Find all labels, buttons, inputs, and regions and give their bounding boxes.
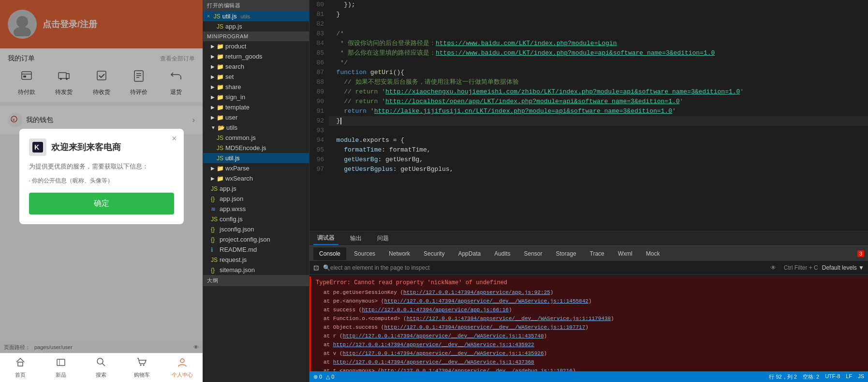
error-line-5: at Object.success (http://127.0.0.1:4739…	[316, 323, 863, 332]
inspect-element-icon[interactable]: ⊡	[313, 264, 319, 272]
file-name-app-json: app.json	[220, 195, 243, 202]
file-request-js[interactable]: JS request.js	[203, 255, 309, 265]
error-line-4: at Function.o.<computed> (http://127.0.0…	[316, 314, 863, 323]
folder-arrow-set: ▶	[211, 74, 215, 79]
js-icon-common: JS	[217, 135, 223, 141]
file-name-md5: MD5Encode.js	[225, 144, 266, 152]
nav-item-profile[interactable]: 个人中心	[162, 353, 203, 382]
inspect-bar: ⊡ 🔍elect an element in the page to inspe…	[309, 261, 868, 275]
folder-product[interactable]: ▶ 📁 product	[203, 41, 309, 51]
folder-name-signin: sign_in	[225, 93, 245, 101]
devtab-sources[interactable]: Sources	[348, 247, 381, 260]
error-line-2: at pe.<anonymous> (http://127.0.0.1:4739…	[316, 297, 863, 306]
devtab-wxml[interactable]: Wxml	[612, 247, 638, 260]
svg-rect-18	[57, 359, 65, 366]
tab-problems[interactable]: 问题	[373, 232, 393, 244]
folder-name-search: search	[225, 63, 244, 70]
file-name-config: config.js	[220, 215, 243, 223]
file-util-js[interactable]: JS util.js	[203, 153, 309, 163]
open-file-util-js[interactable]: × JS util.js utils	[203, 11, 309, 21]
file-name-request: request.js	[220, 256, 247, 263]
code-line-84: 84 * 假设你访问的后台登录路径是：https://www.baidu.com…	[309, 39, 868, 48]
code-editor[interactable]: 80 }); 81 } 82 83 /* 84 * 假设你访问的后台登录路径是：…	[309, 0, 868, 231]
file-name-sitemap: sitemap.json	[220, 266, 255, 274]
folder-arrow-wxparse: ▶	[211, 166, 215, 171]
file-project-config[interactable]: {} project.config.json	[203, 234, 309, 244]
file-tree-panel: 打开的编辑器 × JS util.js utils JS app.js MINI…	[203, 0, 309, 382]
file-sitemap[interactable]: {} sitemap.json	[203, 265, 309, 275]
search-nav-icon	[96, 357, 106, 370]
code-line-92: 92 }	[309, 116, 868, 126]
console-area[interactable]: TypeError: Cannot read property 'nickNam…	[309, 275, 868, 371]
folder-arrow-wxsearch: ▶	[211, 176, 215, 181]
file-app-wxss[interactable]: ≋ app.wxss	[203, 204, 309, 214]
nav-item-new[interactable]: 新品	[41, 353, 81, 382]
bottom-nav: 首页 新品 搜索 购物车 个人中心	[0, 353, 203, 382]
folder-arrow-user: ▶	[211, 115, 215, 120]
js-icon-request: JS	[211, 257, 218, 263]
json-icon-sitemap: {}	[211, 267, 218, 274]
devtab-console[interactable]: Console	[313, 247, 346, 260]
devtab-network[interactable]: Network	[383, 247, 416, 260]
code-line-85: 85 * 那么你在这里填的路径应该是：https://www.baidu.com…	[309, 48, 868, 58]
devtab-sensor[interactable]: Sensor	[518, 247, 548, 260]
nav-item-home[interactable]: 首页	[0, 353, 41, 382]
devtab-appdata[interactable]: AppData	[452, 247, 486, 260]
svg-point-24	[180, 359, 184, 363]
folder-icon-wxsearch: 📁	[217, 175, 223, 182]
devtab-audits[interactable]: Audits	[488, 247, 516, 260]
nav-item-cart[interactable]: 购物车	[121, 353, 162, 382]
folder-share[interactable]: ▶ 📁 share	[203, 82, 309, 92]
default-levels[interactable]: Default levels ▼	[822, 264, 864, 271]
json-icon-app: {}	[211, 196, 218, 202]
nav-item-search[interactable]: 搜索	[81, 353, 122, 382]
file-config-js[interactable]: JS config.js	[203, 214, 309, 224]
folder-utils[interactable]: ▼ 📂 utils	[203, 122, 309, 133]
json-icon-jsconfig: {}	[211, 226, 218, 233]
folder-arrow-icon: ▶	[211, 44, 215, 49]
folder-icon-product: 📁	[217, 43, 223, 50]
devtab-security[interactable]: Security	[418, 247, 450, 260]
error-line-3: at success (http://127.0.0.1:47394/appse…	[316, 306, 863, 314]
error-count-badge: 3	[857, 250, 864, 257]
tab-debugger[interactable]: 调试器	[313, 232, 338, 245]
js-file-icon-app: JS	[217, 23, 223, 30]
file-common-js[interactable]: JS common.js	[203, 133, 309, 143]
file-readme[interactable]: ℹ README.md	[203, 244, 309, 255]
folder-user[interactable]: ▶ 📁 user	[203, 112, 309, 122]
json-icon-project: {}	[211, 236, 218, 243]
devtab-trace[interactable]: Trace	[584, 247, 610, 260]
folder-search[interactable]: ▶ 📁 search	[203, 61, 309, 72]
file-md5[interactable]: JS MD5Encode.js	[203, 143, 309, 153]
filter-hint: Ctrl Filter + C	[784, 264, 818, 271]
error-title: TypeError: Cannot read property 'nickNam…	[316, 279, 863, 286]
svg-point-22	[140, 365, 142, 366]
js-icon-util: JS	[217, 155, 223, 162]
dialog-close-button[interactable]: ×	[172, 134, 177, 144]
file-name-app-wxss: app.wxss	[220, 205, 246, 213]
dialog-title: 欢迎来到来客电商	[51, 141, 121, 153]
folder-wxparse[interactable]: ▶ 📁 wxParse	[203, 163, 309, 173]
folder-sign-in[interactable]: ▶ 📁 sign_in	[203, 92, 309, 102]
status-warnings: △ 0	[326, 374, 334, 380]
dialog-header: K 欢迎来到来客电商	[29, 138, 174, 156]
tab-output[interactable]: 输出	[346, 232, 366, 244]
wxss-icon-app: ≋	[211, 206, 218, 213]
file-sublabel: utils	[240, 14, 250, 19]
folder-template[interactable]: ▶ 📁 template	[203, 102, 309, 112]
folder-return-goods[interactable]: ▶ 📁 return_goods	[203, 51, 309, 61]
open-file-app-js[interactable]: JS app.js	[203, 21, 309, 31]
dialog-confirm-button[interactable]: 确定	[29, 193, 174, 214]
file-app-json[interactable]: {} app.json	[203, 194, 309, 204]
file-jsconfig[interactable]: {} jsconfig.json	[203, 224, 309, 234]
inspect-hint: 🔍elect an element in the page to inspect	[323, 264, 766, 271]
new-icon	[56, 357, 66, 370]
error-line-1: at pe.getUserSessionKey (http://127.0.0.…	[316, 288, 863, 297]
folder-wxsearch[interactable]: ▶ 📁 wxSearch	[203, 173, 309, 183]
folder-set[interactable]: ▶ 📁 set	[203, 72, 309, 82]
close-file-icon[interactable]: ×	[207, 14, 210, 19]
devtab-mock[interactable]: Mock	[640, 247, 666, 260]
code-line-88: 88 // 如果不想安装后台服务，请使用注释这一行做简单数据体验	[309, 77, 868, 87]
devtab-storage[interactable]: Storage	[550, 247, 582, 260]
file-app-js-main[interactable]: JS app.js	[203, 183, 309, 194]
